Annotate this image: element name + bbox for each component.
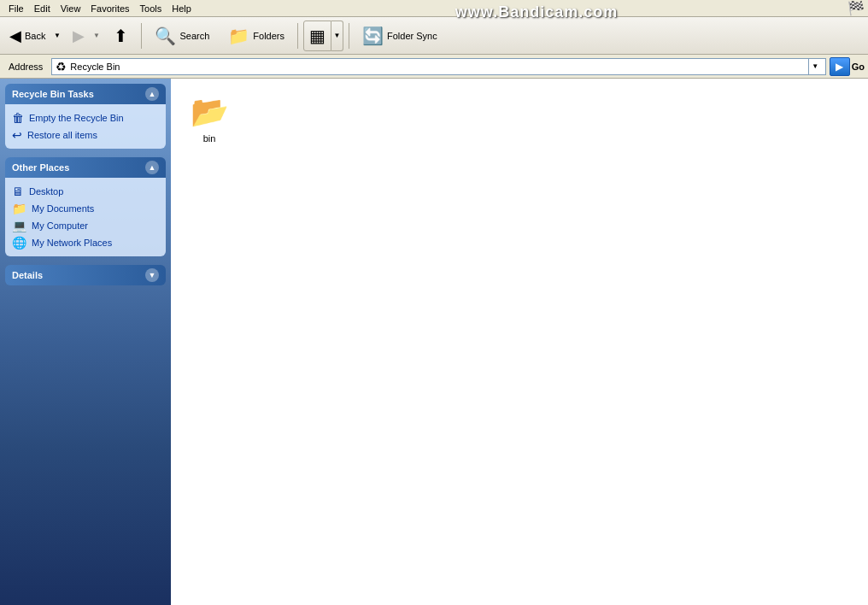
menu-tools[interactable]: Tools [135, 2, 167, 15]
address-dropdown[interactable]: ▼ [808, 59, 822, 74]
views-button[interactable]: ▦ [303, 21, 331, 51]
search-label: Search [179, 31, 209, 41]
my-documents-label: My Documents [32, 203, 94, 214]
my-documents-icon: 📁 [12, 202, 26, 215]
folders-button[interactable]: 📁 Folders [220, 21, 292, 51]
details-panel: Details ▼ [5, 265, 166, 285]
folder-icon: 📂 [191, 94, 229, 130]
recycle-tasks-body: 🗑 Empty the Recycle Bin ↩ Restore all it… [5, 104, 166, 149]
folder-sync-icon: 🔄 [362, 26, 384, 46]
desktop-label: Desktop [29, 186, 63, 197]
windows-logo-icon: 🏁 [847, 0, 865, 16]
menu-file[interactable]: File [3, 2, 29, 15]
recycle-bin-icon: ♻ [56, 60, 67, 73]
recycle-tasks-collapse[interactable]: ▲ [145, 87, 159, 101]
other-places-title: Other Places [12, 162, 69, 173]
back-dropdown[interactable]: ▼ [51, 21, 63, 51]
folder-sync-label: Folder Sync [387, 31, 437, 41]
my-documents-link[interactable]: 📁 My Documents [9, 200, 162, 217]
recycle-tasks-title: Recycle Bin Tasks [12, 89, 94, 99]
search-icon: 🔍 [155, 26, 176, 46]
my-network-places-link[interactable]: 🌐 My Network Places [9, 234, 162, 251]
toolbar: ◀ Back ▼ ▶ ▼ ⬆ 🔍 Search 📁 Folders ▦ ▼ 🔄 … [0, 17, 868, 55]
menubar: File Edit View Favorites Tools Help www.… [0, 0, 868, 17]
menu-help[interactable]: Help [167, 2, 196, 15]
empty-recycle-icon: 🗑 [12, 111, 24, 125]
sidebar-rest [0, 289, 171, 605]
other-places-collapse[interactable]: ▲ [145, 161, 159, 174]
restore-all-link[interactable]: ↩ Restore all items [9, 126, 162, 144]
other-places-panel: Other Places ▲ 🖥 Desktop 📁 My Documents … [5, 157, 166, 256]
go-arrow-icon: ▶ [836, 61, 843, 73]
my-network-places-label: My Network Places [32, 238, 112, 248]
sidebar: Recycle Bin Tasks ▲ 🗑 Empty the Recycle … [0, 79, 171, 605]
back-button-group[interactable]: ◀ Back ▼ [3, 21, 63, 51]
folder-sync-button[interactable]: 🔄 Folder Sync [355, 21, 445, 51]
folders-label: Folders [253, 31, 284, 41]
restore-all-icon: ↩ [12, 128, 22, 142]
up-icon: ⬆ [114, 26, 128, 46]
forward-dropdown[interactable]: ▼ [91, 21, 103, 51]
separator-1 [141, 23, 142, 49]
up-button[interactable]: ⬆ [106, 21, 136, 51]
my-network-places-icon: 🌐 [12, 236, 26, 250]
views-button-group[interactable]: ▦ ▼ [303, 21, 343, 51]
go-label[interactable]: Go [852, 62, 865, 72]
menu-favorites[interactable]: Favorites [85, 2, 134, 15]
go-button-wrap: ▶ Go [830, 57, 865, 76]
file-item-bin[interactable]: 📂 bin [179, 87, 239, 150]
separator-2 [297, 23, 298, 49]
menu-edit[interactable]: Edit [29, 2, 56, 15]
folders-icon: 📁 [228, 26, 249, 46]
empty-recycle-label: Empty the Recycle Bin [29, 113, 124, 123]
address-input-wrap: ♻ ▼ [51, 58, 825, 75]
other-places-body: 🖥 Desktop 📁 My Documents 💻 My Computer 🌐… [5, 178, 166, 256]
go-arrow-button[interactable]: ▶ [830, 57, 850, 76]
address-bar: Address ♻ ▼ ▶ Go [0, 55, 868, 79]
forward-button[interactable]: ▶ [67, 21, 91, 51]
address-label: Address [3, 62, 48, 72]
views-dropdown[interactable]: ▼ [331, 21, 343, 51]
main-layout: Recycle Bin Tasks ▲ 🗑 Empty the Recycle … [0, 79, 868, 605]
menu-view[interactable]: View [56, 2, 86, 15]
file-label-bin: bin [203, 133, 216, 144]
details-collapse[interactable]: ▼ [145, 268, 159, 282]
content-area: 📂 bin [171, 79, 868, 605]
other-places-header[interactable]: Other Places ▲ [5, 157, 166, 178]
my-computer-label: My Computer [32, 220, 88, 231]
search-button[interactable]: 🔍 Search [147, 21, 217, 51]
recycle-tasks-panel: Recycle Bin Tasks ▲ 🗑 Empty the Recycle … [5, 84, 166, 149]
my-computer-link[interactable]: 💻 My Computer [9, 217, 162, 234]
back-button[interactable]: ◀ Back [3, 21, 51, 51]
my-computer-icon: 💻 [12, 219, 26, 232]
forward-button-group[interactable]: ▶ ▼ [67, 21, 103, 51]
details-title: Details [12, 270, 43, 280]
address-input[interactable] [70, 62, 804, 72]
forward-icon: ▶ [73, 26, 85, 45]
details-header[interactable]: Details ▼ [5, 265, 166, 285]
desktop-link[interactable]: 🖥 Desktop [9, 183, 162, 200]
recycle-tasks-header[interactable]: Recycle Bin Tasks ▲ [5, 84, 166, 104]
empty-recycle-link[interactable]: 🗑 Empty the Recycle Bin [9, 109, 162, 126]
restore-all-label: Restore all items [27, 130, 97, 140]
back-label: Back [25, 31, 45, 41]
separator-3 [349, 23, 349, 49]
views-icon: ▦ [309, 26, 326, 46]
desktop-icon: 🖥 [12, 185, 24, 198]
back-icon: ◀ [9, 26, 21, 45]
